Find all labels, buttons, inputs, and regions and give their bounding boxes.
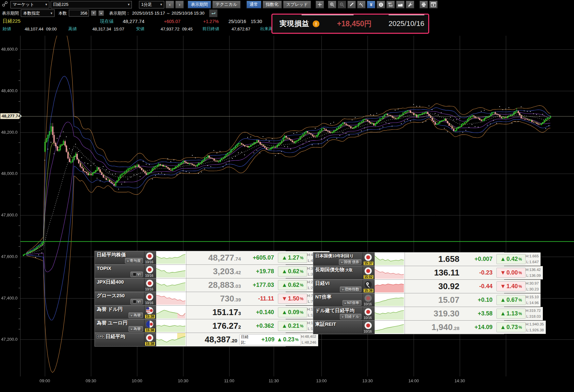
zoom-out-icon[interactable] [338, 1, 346, 8]
zoom-in-icon[interactable] [328, 1, 336, 8]
flag-icon [364, 308, 372, 316]
interval-select[interactable]: 1分足▼ [139, 1, 164, 8]
yen-display-icon[interactable]: ¥ [367, 1, 375, 8]
instrument-row[interactable]: 為替 ユーロ円▸為替15:38176.272+0.362▲0.21%H:176.… [95, 319, 285, 333]
settings-wrench-icon[interactable] [406, 1, 414, 8]
instrument-name-cell: CFD日経平均 [95, 333, 144, 346]
period-label: 表示期間 [2, 10, 19, 16]
warning-icon[interactable]: ! [313, 20, 319, 27]
change-percent-badge: ▲0.62% [278, 280, 307, 290]
related-link-chip[interactable]: ▸寄与度 [125, 258, 143, 263]
change-value: +0.362 [241, 323, 274, 329]
instrument-row[interactable]: JPX日経40010/1628,883.03+177.03▲0.62%H:28,… [95, 278, 285, 292]
sparkline-chart[interactable] [156, 251, 186, 264]
quote-time-badge: 15:02 [364, 275, 373, 279]
reload-icon[interactable] [209, 9, 218, 17]
instrument-name: 日経平均株価 [95, 251, 144, 258]
popout-window-icon[interactable] [429, 1, 438, 8]
last-price: 28,883.03 [186, 280, 241, 290]
quote-values: 3,203.42+19.78▲0.62%H:3,216.29L:3,190.72 [186, 265, 327, 278]
related-link-label: 寄与度 [130, 258, 141, 263]
sparkline-chart[interactable] [375, 266, 405, 279]
instrument-row[interactable]: NT倍率▸NT倍率10/1615.07+0.10▲0.67%H:15.10L:1… [313, 293, 504, 307]
indexed-mode-button[interactable]: 指数化 [263, 1, 282, 8]
instrument-row[interactable]: TOPIXY!10/163,203.42+19.78▲0.62%H:3,216.… [95, 265, 285, 278]
instrument-row[interactable]: 日本国債10年利回り▸国債 債券15:371.658+0.007▲0.42%H:… [313, 252, 504, 266]
instrument-name-cell: 日本国債10年利回り▸国債 債券 [313, 252, 363, 266]
instrument-row[interactable]: 長期国債先物 大取15:02136.11-0.23▼0.00%H:136.42L… [313, 266, 504, 280]
related-link-chip[interactable]: Y! [131, 272, 143, 277]
trend-line-tool-icon[interactable] [357, 1, 366, 8]
instrument-row[interactable]: 東証REIT10/161,940.28+14.09▲0.73%H:1,940.3… [313, 321, 504, 334]
spread-mode-button[interactable]: スプレッド [283, 1, 311, 8]
next-button[interactable]: › [175, 1, 184, 8]
info-icon[interactable] [377, 1, 385, 8]
sparkline-chart[interactable] [156, 306, 186, 319]
symbol-select[interactable]: 日経225▼ [51, 1, 132, 8]
instrument-name-cell: NT倍率▸NT倍率 [313, 293, 363, 307]
up-triangle-icon: ▲ [500, 310, 506, 317]
normal-mode-button[interactable]: 通常 [246, 1, 261, 8]
sparkline-chart[interactable] [375, 293, 405, 307]
my-indicator-icon[interactable]: MY [386, 1, 395, 8]
sparkline-chart[interactable] [156, 319, 186, 333]
related-link-chip[interactable]: ▸為替 [129, 312, 143, 318]
draw-pencil-icon[interactable] [347, 1, 356, 8]
sparkline-chart[interactable] [156, 278, 186, 292]
quote-values: 1,940.28+14.09▲0.73%H:1,940.35L:1,926.38 [405, 321, 546, 334]
bar-count-input[interactable] [69, 10, 89, 17]
related-link-chip[interactable]: ▸NT倍率 [343, 300, 361, 306]
count-down-spinner[interactable]: ▼ [91, 10, 96, 16]
instrument-row[interactable]: ドル建て日経平均▸日経ドル10/16319.30+3.58▲1.13%H:319… [313, 307, 504, 321]
sparkline-chart[interactable] [375, 280, 405, 293]
instrument-row[interactable]: 日経VI▸恐怖指数15:3830.92-0.44▼1.40%H:30.97L:3… [313, 280, 504, 293]
instrument-row[interactable]: グロース250Y!10/16730.39-11.11▼1.50%H:747.81… [95, 292, 285, 306]
display-period-button[interactable]: 表示期間 [188, 1, 211, 8]
related-link-chip[interactable]: ▸日経ドル [340, 314, 361, 319]
sparkline-chart[interactable] [156, 333, 186, 346]
count-up-spinner[interactable]: ▲ [98, 10, 104, 16]
market-select[interactable]: マーケット▼ [10, 1, 49, 8]
related-link-chip[interactable]: ▸為替 [129, 326, 143, 332]
sparkline-chart[interactable] [375, 321, 405, 334]
change-value: +14.09 [459, 324, 493, 331]
instrument-name: ドル建て日経平均 [313, 307, 363, 314]
sparkline-chart[interactable] [156, 292, 186, 305]
link-icon[interactable] [2, 1, 8, 8]
yahoo-link-icon [133, 300, 136, 303]
chevron-left-icon: ‹ [169, 2, 171, 7]
related-link-chip[interactable]: ▸国債 債券 [339, 259, 361, 265]
x-axis-tick-label: 10:30 [178, 378, 189, 383]
up-triangle-icon: ▲ [500, 256, 506, 263]
period-mode-select[interactable]: 本数指定▼ [21, 9, 55, 17]
instrument-icon-cell: 10/16 [363, 321, 375, 334]
crosshair-icon[interactable] [316, 1, 324, 8]
sparkline-chart[interactable] [375, 252, 405, 266]
print-icon[interactable] [419, 1, 428, 8]
instrument-row[interactable]: 為替 ドル円▸為替15:38151.173+0.140▲0.09%H:151.2… [95, 306, 285, 319]
area-chart-icon[interactable] [396, 1, 405, 8]
change-value: +0.007 [459, 256, 493, 263]
last-price: 136.11 [405, 268, 459, 278]
related-link-chip[interactable]: Y! [131, 299, 143, 304]
realized-pnl-value: +18,450円 [337, 19, 372, 29]
related-link-chip[interactable]: ▸恐怖指数 [340, 287, 361, 292]
technical-button[interactable]: テクニカル [212, 1, 241, 8]
instrument-name: JPX日経400 [95, 278, 144, 285]
high-low-values: H:319.72L:318.03 [526, 308, 543, 320]
instrument-name-cell: ドル建て日経平均▸日経ドル [313, 307, 363, 320]
last-price: 1.658 [405, 254, 459, 264]
down-triangle-icon: ▼ [500, 283, 506, 290]
prev-button[interactable]: ‹ [166, 1, 174, 8]
quote-time-badge: 10/16 [364, 330, 372, 333]
quote-values: 151.173+0.140▲0.09%H:151.224L:150.512 [186, 306, 326, 319]
instrument-row[interactable]: CFD日経平均15:3848,387.20日経比:+109▲0.23%H:48,… [95, 333, 285, 346]
low-label: 安値 [136, 26, 144, 32]
instrument-row[interactable]: 日経平均株価▸寄与度10/1648,277.74+605.07▲1.27%H:4… [95, 251, 285, 265]
sparkline-chart[interactable] [375, 307, 405, 320]
sparkline-chart[interactable] [156, 265, 186, 278]
change-value: +109 [253, 336, 275, 343]
x-axis-tick-label: 13:00 [316, 378, 327, 383]
related-link-label: 為替 [133, 313, 141, 318]
instrument-name-cell: 日経平均株価▸寄与度 [95, 251, 144, 264]
